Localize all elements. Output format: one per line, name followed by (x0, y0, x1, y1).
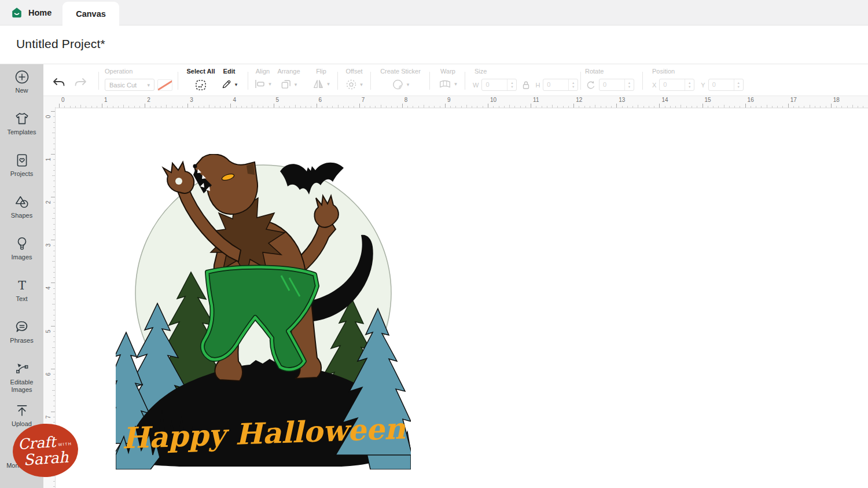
sidebar-item-projects[interactable]: Projects (0, 147, 43, 189)
width-value: 0 (482, 79, 507, 90)
rotate-group: Rotate 0 ▲▼ (585, 68, 634, 91)
chevron-down-icon: ▾ (454, 81, 457, 87)
position-label: Position (652, 68, 675, 75)
dashed-ring-icon (345, 79, 357, 90)
tab-canvas-label: Canvas (76, 9, 106, 19)
chevron-down-icon: ▾ (360, 82, 363, 87)
images-icon (14, 236, 30, 251)
canvas-toolbar: Operation Basic Cut ▾ Select All Edit (43, 64, 868, 96)
arrange-button[interactable]: Arrange ▾ (275, 68, 303, 90)
position-y-input[interactable]: 0 ▲▼ (708, 79, 744, 91)
sidebar-item-label: Shapes (11, 212, 32, 219)
sidebar-item-label: Text (16, 295, 27, 303)
shapes-icon (14, 195, 30, 210)
width-input[interactable]: 0 ▲▼ (481, 79, 517, 91)
warp-label: Warp (440, 68, 455, 75)
projects-icon (14, 153, 30, 168)
align-label: Align (256, 68, 270, 75)
cricut-design-space-app: Home Canvas Untitled Project* Operation (0, 0, 868, 488)
sidebar-item-new[interactable]: New (0, 64, 43, 105)
sidebar-item-images[interactable]: Images (0, 230, 43, 272)
position-group: Position X 0 ▲▼ Y 0 ▲▼ (652, 68, 744, 91)
sidebar-item-label: Phrases (10, 337, 33, 344)
tab-home-label: Home (28, 8, 52, 17)
rotate-input[interactable]: 0 ▲▼ (599, 79, 634, 91)
operation-label: Operation (105, 68, 133, 75)
sidebar-item-label: Images (11, 254, 32, 261)
stepper-arrows[interactable]: ▲▼ (624, 79, 634, 90)
warp-shape-icon (439, 79, 451, 89)
arrange-label: Arrange (277, 68, 300, 75)
size-label: Size (475, 68, 487, 75)
project-title-row: Untitled Project* (0, 25, 868, 64)
sidebar-item-label: New (15, 87, 28, 94)
new-icon (14, 69, 30, 85)
text-icon: T (14, 278, 30, 293)
sidebar-item-label: Upload (12, 420, 32, 428)
sidebar-item-shapes[interactable]: Shapes (0, 189, 43, 230)
werewolf-nose (193, 164, 197, 168)
flip-button[interactable]: Flip ▾ (310, 68, 333, 89)
position-y-value: 0 (709, 79, 734, 90)
edit-label: Edit (223, 68, 236, 75)
toolbar-separator (248, 72, 248, 90)
size-group: Size W 0 ▲▼ H 0 ▲▼ (473, 68, 578, 91)
flip-label: Flip (316, 68, 326, 75)
toolbar-separator (337, 72, 338, 90)
sidebar-item-editable-images[interactable]: Editable Images (0, 355, 43, 397)
watermark-line2: WITH (58, 441, 72, 446)
watermark-line3: Sarah (23, 449, 69, 467)
rotate-value: 0 (599, 79, 624, 90)
sticker-peel-icon (392, 79, 404, 90)
x-axis-label: X (652, 82, 656, 89)
project-title: Untitled Project* (16, 37, 105, 51)
position-x-value: 0 (660, 79, 685, 90)
align-button[interactable]: Align ▾ (250, 68, 275, 89)
position-x-input[interactable]: 0 ▲▼ (659, 79, 694, 91)
offset-button[interactable]: Offset ▾ (341, 68, 367, 90)
redo-button[interactable] (73, 77, 87, 89)
operation-select[interactable]: Basic Cut ▾ (105, 79, 155, 91)
tab-home[interactable]: Home (10, 0, 52, 25)
canvas-design-werewolf[interactable]: Happy Halloween (116, 154, 411, 469)
toolbar-separator (580, 72, 581, 90)
pencil-icon (221, 79, 232, 90)
chevron-down-icon: ▾ (269, 81, 271, 87)
phrases-icon (14, 320, 30, 335)
sidebar-item-text[interactable]: T Text (0, 272, 43, 314)
toolbar-separator (642, 72, 643, 90)
toolbar-separator (98, 72, 99, 90)
stepper-arrows[interactable]: ▲▼ (507, 79, 516, 90)
select-all-button[interactable]: Select All (182, 68, 219, 91)
sidebar-item-label: Projects (10, 170, 34, 178)
rotate-arrows-icon (585, 79, 596, 90)
svg-text:T: T (18, 278, 26, 292)
undo-arrow-icon (52, 77, 66, 89)
tab-canvas[interactable]: Canvas (62, 2, 119, 25)
layers-icon (281, 79, 292, 90)
stepper-arrows[interactable]: ▲▼ (568, 79, 578, 90)
height-input[interactable]: 0 ▲▼ (543, 79, 578, 91)
operation-group: Operation Basic Cut ▾ (105, 68, 172, 91)
editable-images-icon (14, 361, 30, 376)
sidebar-item-phrases[interactable]: Phrases (0, 314, 43, 355)
werewolf-left-claw (163, 162, 194, 193)
chevron-down-icon: ▾ (407, 82, 410, 87)
stepper-arrows[interactable]: ▲▼ (734, 79, 743, 90)
undo-button[interactable] (52, 77, 66, 89)
create-sticker-button[interactable]: Create Sticker ▾ (377, 68, 424, 90)
stepper-arrows[interactable]: ▲▼ (685, 79, 694, 90)
house-icon (10, 6, 23, 19)
width-axis-label: W (473, 82, 479, 89)
warp-button[interactable]: Warp ▾ (435, 68, 461, 89)
chevron-down-icon: ▾ (147, 82, 150, 88)
rotate-label: Rotate (585, 68, 604, 75)
marquee-dots-icon (194, 79, 207, 91)
edit-button[interactable]: Edit ▾ (217, 68, 241, 90)
sidebar-item-label: Editable Images (0, 379, 43, 394)
sidebar-item-templates[interactable]: Templates (0, 105, 43, 147)
toolbar-separator (465, 72, 465, 90)
toolbar-separator (370, 72, 371, 90)
color-swatch[interactable] (157, 79, 172, 91)
lock-icon[interactable] (522, 80, 530, 90)
